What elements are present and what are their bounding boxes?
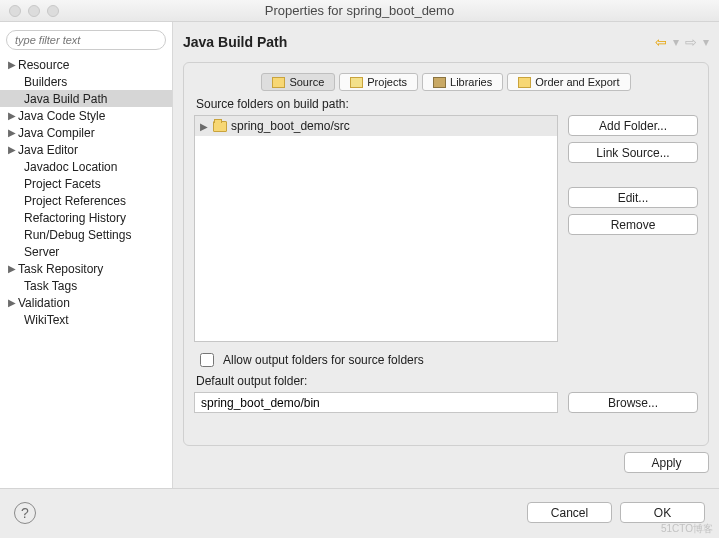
forward-icon: ⇨ <box>685 34 697 50</box>
tree-item[interactable]: Javadoc Location <box>0 158 172 175</box>
dialog-footer: ? Cancel OK 51CTO博客 <box>0 488 719 536</box>
tree-item[interactable]: Java Build Path <box>0 90 172 107</box>
tree-item[interactable]: ▶Resource <box>0 56 172 73</box>
add-folder-button[interactable]: Add Folder... <box>568 115 698 136</box>
chevron-right-icon[interactable]: ▶ <box>6 127 18 138</box>
chevron-right-icon[interactable]: ▶ <box>6 144 18 155</box>
tree-item[interactable]: Project References <box>0 192 172 209</box>
tree-item-label: Builders <box>24 75 67 89</box>
tree-item[interactable]: Builders <box>0 73 172 90</box>
tree-item[interactable]: WikiText <box>0 311 172 328</box>
allow-output-label: Allow output folders for source folders <box>223 353 424 367</box>
tree-item[interactable]: Server <box>0 243 172 260</box>
tree-item[interactable]: Refactoring History <box>0 209 172 226</box>
tree-item-label: Validation <box>18 296 70 310</box>
nav-history: ⇦▾ ⇨▾ <box>655 34 709 50</box>
tree-item-label: WikiText <box>24 313 69 327</box>
watermark: 51CTO博客 <box>661 522 713 536</box>
tab-order-export[interactable]: Order and Export <box>507 73 630 91</box>
tree-item[interactable]: Project Facets <box>0 175 172 192</box>
zoom-icon[interactable] <box>47 5 59 17</box>
tab-libraries[interactable]: Libraries <box>422 73 503 91</box>
remove-button[interactable]: Remove <box>568 214 698 235</box>
ok-button[interactable]: OK <box>620 502 705 523</box>
tree-item-label: Resource <box>18 58 69 72</box>
tree-item-label: Task Tags <box>24 279 77 293</box>
projects-icon <box>350 77 363 88</box>
link-source-button[interactable]: Link Source... <box>568 142 698 163</box>
filter-field <box>6 30 166 50</box>
tree-item[interactable]: ▶Task Repository <box>0 260 172 277</box>
window-title: Properties for spring_boot_demo <box>0 3 719 18</box>
apply-button[interactable]: Apply <box>624 452 709 473</box>
nav-tree: ▶ResourceBuildersJava Build Path▶Java Co… <box>0 54 172 330</box>
cancel-button[interactable]: Cancel <box>527 502 612 523</box>
tree-item-label: Java Editor <box>18 143 78 157</box>
expand-icon[interactable]: ▶ <box>199 121 209 132</box>
build-path-panel: Source Projects Libraries Order and Expo… <box>183 62 709 446</box>
chevron-right-icon[interactable]: ▶ <box>6 59 18 70</box>
tree-item-label: Java Compiler <box>18 126 95 140</box>
order-export-icon <box>518 77 531 88</box>
page-title: Java Build Path <box>183 34 655 50</box>
tree-item[interactable]: ▶Java Compiler <box>0 124 172 141</box>
tree-item-label: Javadoc Location <box>24 160 117 174</box>
back-icon[interactable]: ⇦ <box>655 34 667 50</box>
source-folder-path: spring_boot_demo/src <box>231 119 350 133</box>
tree-item-label: Java Code Style <box>18 109 105 123</box>
minimize-icon[interactable] <box>28 5 40 17</box>
help-icon[interactable]: ? <box>14 502 36 524</box>
package-folder-icon <box>213 121 227 132</box>
tree-item-label: Server <box>24 245 59 259</box>
tree-item-label: Task Repository <box>18 262 103 276</box>
forward-menu-icon[interactable]: ▾ <box>703 35 709 49</box>
default-output-input[interactable] <box>194 392 558 413</box>
source-folder-item[interactable]: ▶ spring_boot_demo/src <box>195 116 557 136</box>
tree-item[interactable]: Task Tags <box>0 277 172 294</box>
tree-item[interactable]: ▶Java Code Style <box>0 107 172 124</box>
tree-item-label: Project References <box>24 194 126 208</box>
chevron-right-icon[interactable]: ▶ <box>6 263 18 274</box>
source-buttons: Add Folder... Link Source... Edit... Rem… <box>568 115 698 342</box>
tree-item-label: Refactoring History <box>24 211 126 225</box>
tree-item-label: Run/Debug Settings <box>24 228 131 242</box>
tab-bar: Source Projects Libraries Order and Expo… <box>194 73 698 91</box>
libraries-icon <box>433 77 446 88</box>
back-menu-icon[interactable]: ▾ <box>673 35 679 49</box>
default-output-label: Default output folder: <box>196 374 696 388</box>
filter-input[interactable] <box>6 30 166 50</box>
source-folder-icon <box>272 77 285 88</box>
source-folders-label: Source folders on build path: <box>196 97 696 111</box>
tab-source[interactable]: Source <box>261 73 335 91</box>
sidebar: ▶ResourceBuildersJava Build Path▶Java Co… <box>0 22 173 488</box>
allow-output-checkbox[interactable] <box>200 353 214 367</box>
source-folders-list[interactable]: ▶ spring_boot_demo/src <box>194 115 558 342</box>
browse-button[interactable]: Browse... <box>568 392 698 413</box>
titlebar: Properties for spring_boot_demo <box>0 0 719 22</box>
tree-item-label: Project Facets <box>24 177 101 191</box>
close-icon[interactable] <box>9 5 21 17</box>
tab-projects[interactable]: Projects <box>339 73 418 91</box>
chevron-right-icon[interactable]: ▶ <box>6 297 18 308</box>
chevron-right-icon[interactable]: ▶ <box>6 110 18 121</box>
window-controls <box>9 5 59 17</box>
tree-item-label: Java Build Path <box>24 92 107 106</box>
content-area: Java Build Path ⇦▾ ⇨▾ Source Projects Li… <box>173 22 719 488</box>
tree-item[interactable]: Run/Debug Settings <box>0 226 172 243</box>
tree-item[interactable]: ▶Java Editor <box>0 141 172 158</box>
tree-item[interactable]: ▶Validation <box>0 294 172 311</box>
edit-button[interactable]: Edit... <box>568 187 698 208</box>
